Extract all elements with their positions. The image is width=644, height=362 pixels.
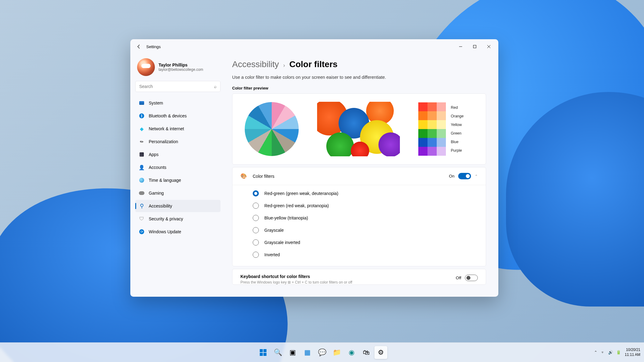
- chevron-right-icon: ›: [283, 62, 285, 69]
- nav-label: Network & internet: [149, 126, 184, 131]
- page-title: Color filters: [289, 59, 337, 69]
- nav-label: Personalization: [149, 139, 178, 144]
- color-filters-title: Color filters: [253, 174, 443, 179]
- settings-window: Settings Taylor Phillips taylor@bellowsc…: [130, 39, 498, 297]
- nav-label: System: [149, 101, 163, 105]
- preview-photo: [317, 102, 400, 156]
- sidebar-item-accessibility[interactable]: ⚲Accessibility: [135, 200, 220, 212]
- network-icon: ◆: [139, 126, 144, 131]
- tray-chevron-icon[interactable]: ⌃: [594, 350, 597, 355]
- sidebar-item-system[interactable]: System: [135, 97, 220, 109]
- sidebar-item-personalization[interactable]: ✎Personalization: [135, 135, 220, 148]
- preview-swatches: RedOrangeYellowGreenBluePurple: [418, 102, 464, 156]
- shortcut-state-label: Off: [456, 276, 461, 280]
- swatch-cell: [418, 102, 427, 111]
- swatch-label: Blue: [451, 140, 464, 144]
- shortcut-toggle[interactable]: [465, 275, 478, 281]
- filter-option-label: Blue-yellow (tritanopia): [264, 215, 308, 220]
- chat-button[interactable]: 💬: [316, 346, 328, 359]
- swatch-cell: [418, 120, 427, 129]
- preview-pie-chart: [245, 102, 299, 156]
- chevron-up-icon[interactable]: ⌃: [475, 174, 478, 178]
- taskbar-clock[interactable]: 10/20/21 11:11 AM: [625, 348, 640, 357]
- filter-option[interactable]: Grayscale: [253, 225, 478, 235]
- titlebar: Settings: [130, 39, 498, 54]
- nav-label: Gaming: [149, 191, 164, 196]
- search-input[interactable]: [139, 84, 214, 89]
- wifi-icon: ᯤ: [601, 350, 605, 355]
- swatch-cell: [437, 120, 446, 129]
- color-filters-state-label: On: [449, 174, 454, 178]
- preview-label: Color filter preview: [232, 86, 486, 90]
- svg-rect-1: [473, 45, 476, 48]
- radio-button[interactable]: [253, 190, 259, 196]
- task-view-button[interactable]: ▣: [286, 346, 299, 359]
- gaming-icon: [139, 190, 144, 196]
- filter-option[interactable]: Red-green (green weak, deuteranopia): [253, 188, 478, 199]
- nav-label: Accessibility: [149, 204, 172, 208]
- sidebar-item-gaming[interactable]: Gaming: [135, 187, 220, 199]
- apps-icon: [139, 152, 144, 157]
- taskbar: 🔍 ▣ ▦ 💬 📁 ◉ 🛍 ⚙ ⌃ ᯤ 🔊 🔋 10/20/21 11:11 A…: [0, 342, 644, 362]
- user-email: taylor@bellowscollege.com: [159, 67, 203, 72]
- radio-button[interactable]: [253, 203, 259, 209]
- nav-label: Time & language: [149, 178, 181, 183]
- store-button[interactable]: 🛍: [360, 346, 373, 359]
- nav-label: Bluetooth & devices: [149, 113, 187, 118]
- breadcrumb: Accessibility › Color filters: [232, 59, 486, 69]
- sidebar-item-bluetooth[interactable]: ᛒBluetooth & devices: [135, 110, 220, 122]
- system-tray[interactable]: ᯤ 🔊 🔋: [601, 350, 621, 355]
- filter-option-label: Grayscale inverted: [264, 240, 300, 245]
- close-button[interactable]: [482, 41, 496, 52]
- breadcrumb-parent[interactable]: Accessibility: [232, 59, 279, 69]
- avatar: [137, 58, 155, 76]
- filter-option[interactable]: Inverted: [253, 250, 478, 260]
- minimize-button[interactable]: [454, 41, 468, 52]
- search-box[interactable]: ⌕: [135, 81, 220, 92]
- accessibility-icon: ⚲: [139, 203, 144, 209]
- filter-option[interactable]: Red-green (red weak, protanopia): [253, 200, 478, 211]
- filter-option[interactable]: Blue-yellow (tritanopia): [253, 213, 478, 223]
- swatch-cell: [437, 102, 446, 111]
- shortcut-title: Keyboard shortcut for color filters: [240, 272, 352, 279]
- filter-option-label: Grayscale: [264, 228, 284, 233]
- search-icon: ⌕: [214, 84, 217, 89]
- swatch-label: Red: [451, 105, 464, 110]
- swatch-grid: [418, 102, 446, 156]
- taskbar-date: 10/20/21: [625, 348, 640, 352]
- radio-button[interactable]: [253, 215, 259, 221]
- swatch-cell: [418, 138, 427, 147]
- shield-icon: 🛡: [139, 216, 144, 222]
- taskbar-search-button[interactable]: 🔍: [271, 346, 284, 359]
- sidebar-item-network[interactable]: ◆Network & internet: [135, 123, 220, 135]
- sidebar-item-apps[interactable]: Apps: [135, 148, 220, 161]
- sidebar-item-windows-update[interactable]: ⟳Windows Update: [135, 226, 220, 238]
- personalization-icon: ✎: [138, 138, 145, 145]
- filter-option[interactable]: Grayscale inverted: [253, 237, 478, 248]
- swatch-cell: [437, 138, 446, 147]
- edge-button[interactable]: ◉: [345, 346, 358, 359]
- keyboard-shortcut-card: Keyboard shortcut for color filters Pres…: [232, 269, 486, 285]
- file-explorer-button[interactable]: 📁: [330, 346, 343, 359]
- swatch-cell: [418, 111, 427, 120]
- back-button[interactable]: [133, 40, 145, 53]
- swatch-label: Yellow: [451, 123, 464, 127]
- widgets-button[interactable]: ▦: [301, 346, 314, 359]
- color-filters-toggle[interactable]: [458, 173, 471, 179]
- sidebar-item-accounts[interactable]: 👤Accounts: [135, 161, 220, 173]
- sidebar-item-time[interactable]: Time & language: [135, 174, 220, 186]
- swatch-cell: [427, 111, 437, 120]
- color-filters-row[interactable]: 🎨 Color filters On ⌃: [232, 167, 486, 185]
- start-button[interactable]: [257, 346, 270, 359]
- maximize-button[interactable]: [468, 41, 482, 52]
- radio-button[interactable]: [253, 227, 259, 233]
- sidebar-item-security[interactable]: 🛡Security & privacy: [135, 213, 220, 225]
- radio-button[interactable]: [253, 239, 259, 246]
- swatch-cell: [418, 129, 427, 138]
- swatch-cell: [427, 147, 437, 156]
- user-account-row[interactable]: Taylor Phillips taylor@bellowscollege.co…: [135, 56, 220, 81]
- accounts-icon: 👤: [139, 165, 144, 170]
- settings-taskbar-button[interactable]: ⚙: [374, 346, 387, 359]
- filter-options-list: Red-green (green weak, deuteranopia)Red-…: [232, 185, 486, 266]
- radio-button[interactable]: [253, 252, 259, 258]
